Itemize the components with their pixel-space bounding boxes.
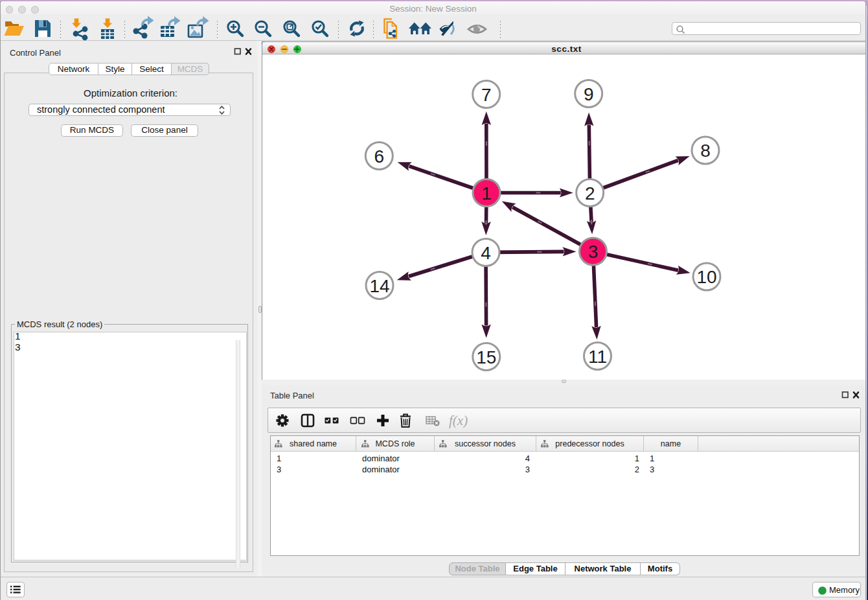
svg-text:15: 15 [476,347,496,367]
svg-text:f(x): f(x) [449,413,468,428]
svg-text:6: 6 [374,146,385,167]
svg-text:3: 3 [588,242,599,262]
svg-text:7: 7 [481,85,492,105]
svg-text:9: 9 [584,84,594,104]
svg-text:8: 8 [700,141,711,161]
svg-text:10: 10 [696,267,716,287]
svg-text:14: 14 [369,276,389,296]
svg-text:11: 11 [588,347,607,367]
svg-text:4: 4 [481,243,491,263]
svg-text:1: 1 [481,183,492,203]
svg-text:2: 2 [585,183,595,203]
